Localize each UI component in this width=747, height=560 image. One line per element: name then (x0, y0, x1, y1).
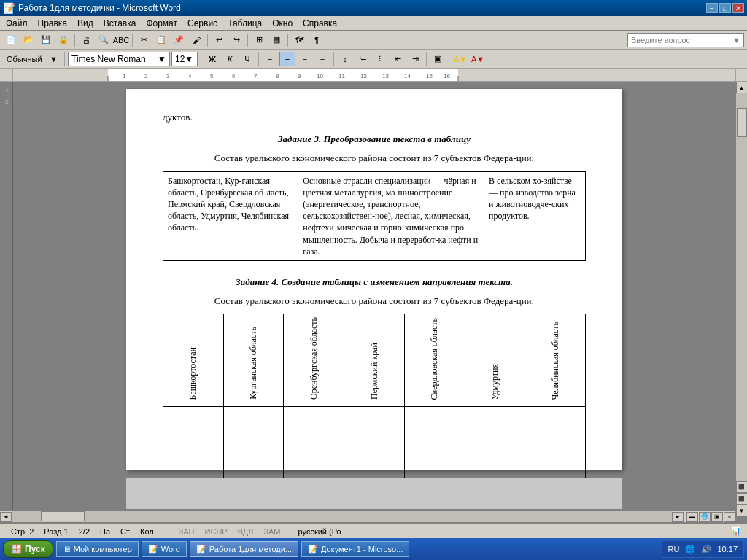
menu-file[interactable]: Файл (1, 17, 32, 30)
new-button[interactable]: 📄 (3, 33, 19, 47)
minimize-button[interactable]: − (706, 3, 718, 13)
underline-button[interactable]: Ч (239, 52, 255, 66)
font-arrow: ▼ (158, 54, 166, 64)
align-center-button[interactable]: ≡ (279, 52, 295, 66)
menu-table[interactable]: Таблица (223, 17, 266, 30)
separator (201, 52, 201, 66)
undo-button[interactable]: ↩ (211, 33, 227, 47)
start-button[interactable]: 🪟 Пуск (3, 540, 53, 558)
scroll-up-button[interactable]: ▲ (736, 82, 748, 93)
menu-edit[interactable]: Правка (34, 17, 72, 30)
toolbar-standard: 📄 📂 💾 🔒 🖨 🔍 ABC ✂ 📋 📌 🖌 ↩ ↪ ⊞ ▦ 🗺 ¶ Введ… (0, 31, 747, 50)
show-hide-button[interactable]: ¶ (309, 33, 325, 47)
scroll-track[interactable] (736, 93, 747, 481)
horizontal-scrollbar[interactable]: ◄ ► ▬ 🌐 ▣ ≡ (0, 510, 735, 522)
menu-tools[interactable]: Сервис (183, 17, 222, 30)
line-spacing-button[interactable]: ↕ (337, 52, 353, 66)
align-right-button[interactable]: ≡ (297, 52, 313, 66)
vertical-scrollbar[interactable]: ▲ ⬛ ⬛ ▼ (735, 82, 747, 516)
scroll-left-button[interactable]: ◄ (0, 512, 12, 522)
taskbar-item-doc1[interactable]: 📝 Работа 1для методи... (190, 541, 298, 557)
table-button[interactable]: ⊞ (251, 33, 267, 47)
view-buttons: ▬ 🌐 ▣ ≡ (686, 512, 735, 522)
increase-indent-button[interactable]: ⇥ (407, 52, 423, 66)
outline-view-button[interactable]: ≡ (724, 512, 735, 522)
open-button[interactable]: 📂 (20, 33, 36, 47)
h-scroll-thumb[interactable] (41, 511, 85, 521)
bullets-button[interactable]: ⁝ (372, 52, 388, 66)
separator (333, 52, 334, 66)
separator (132, 34, 133, 47)
separator (449, 52, 449, 66)
svg-text:3: 3 (166, 73, 170, 79)
start-label: Пуск (25, 544, 45, 554)
scroll-thumb[interactable] (737, 108, 747, 137)
highlight-button[interactable]: A▼ (452, 52, 468, 66)
task3-intro: Состав уральского экономического района … (163, 152, 586, 165)
size-arrow: ▼ (185, 54, 193, 64)
scroll-right-button[interactable]: ► (672, 512, 684, 522)
columns-button[interactable]: ▦ (268, 33, 285, 47)
cut-button[interactable]: ✂ (136, 33, 152, 47)
decrease-indent-button[interactable]: ⇤ (390, 52, 406, 66)
separator (328, 34, 328, 47)
italic-button[interactable]: К (222, 52, 238, 66)
web-view-button[interactable]: 🌐 (699, 512, 711, 522)
ru-lang-indicator[interactable]: RU (668, 545, 680, 553)
document-scroll-area[interactable]: дуктов. Задание 3. Преобразование текста… (13, 82, 735, 516)
status-bar: Стр. 2 Разд 1 2/2 На Ст Кол ЗАП ИСПР ВДЛ… (0, 524, 747, 538)
menu-format[interactable]: Формат (142, 17, 182, 30)
menu-insert[interactable]: Вставка (99, 17, 141, 30)
font-size: 12 (175, 54, 185, 64)
paste-button[interactable]: 📌 (171, 33, 187, 47)
align-left-button[interactable]: ≡ (262, 52, 278, 66)
table-cell-bashkortostan: Башкортостан (163, 314, 224, 407)
bold-button[interactable]: Ж (204, 52, 220, 66)
menu-view[interactable]: Вид (73, 17, 98, 30)
menu-window[interactable]: Окно (268, 17, 297, 30)
maximize-button[interactable]: □ (719, 3, 731, 13)
font-color-button[interactable]: A▼ (470, 52, 486, 66)
justify-button[interactable]: ≡ (314, 52, 330, 66)
numbering-button[interactable]: ≔ (355, 52, 371, 66)
title-text: Работа 1для методички - Microsoft Word (18, 3, 181, 13)
scroll-prev-page[interactable]: ⬛ (736, 493, 748, 505)
scroll-next-page[interactable]: ⬛ (736, 481, 748, 493)
svg-text:1: 1 (123, 73, 126, 79)
help-dropdown-icon[interactable]: ▼ (732, 36, 740, 44)
page-continuation: дуктов. (163, 111, 586, 124)
taskbar-item-label: Word (161, 545, 180, 553)
taskbar-item-doc2[interactable]: 📝 Документ1 - Microso... (301, 541, 409, 557)
window-controls[interactable]: − □ ✕ (706, 3, 744, 13)
help-input[interactable]: Введите вопрос ▼ (627, 33, 744, 47)
menu-help[interactable]: Справка (298, 17, 341, 30)
format-paint-button[interactable]: 🖌 (188, 33, 204, 47)
separator (64, 52, 65, 66)
print-view-button[interactable]: ▣ (711, 512, 723, 522)
taskbar-item-word[interactable]: 📝 Word (142, 541, 187, 557)
outside-border-button[interactable]: ▣ (430, 52, 446, 66)
style-dropdown[interactable]: Обычный▼ (3, 52, 61, 66)
h-scroll-track[interactable] (12, 511, 672, 522)
svg-text:10: 10 (317, 73, 323, 79)
font-size-selector[interactable]: 12 ▼ (171, 52, 198, 66)
copy-button[interactable]: 📋 (153, 33, 169, 47)
print-button[interactable]: 🖨 (78, 33, 94, 47)
document-page: дуктов. Задание 3. Преобразование текста… (126, 89, 622, 470)
scroll-down-button[interactable]: ▼ (736, 505, 748, 516)
table-cell-3: В сельском хо-зяйстве — про-изводство зе… (484, 171, 586, 260)
taskbar-item-mycomputer[interactable]: 🖥 Мой компьютер (56, 541, 139, 557)
svg-text:6: 6 (232, 73, 236, 79)
preview-button[interactable]: 🔍 (96, 33, 112, 47)
font-selector[interactable]: Times New Roman ▼ (68, 52, 170, 66)
save-button[interactable]: 💾 (38, 33, 54, 47)
permissions-button[interactable]: 🔒 (55, 33, 71, 47)
table-cell-orenburg: Оренбургская область (284, 314, 344, 407)
spell-button[interactable]: ABC (113, 33, 129, 47)
close-button[interactable]: ✕ (732, 3, 744, 13)
doc-map-button[interactable]: 🗺 (291, 33, 307, 47)
normal-view-button[interactable]: ▬ (686, 512, 698, 522)
col-number: Кол (135, 526, 159, 537)
redo-button[interactable]: ↪ (228, 33, 244, 47)
svg-text:4: 4 (188, 73, 192, 79)
